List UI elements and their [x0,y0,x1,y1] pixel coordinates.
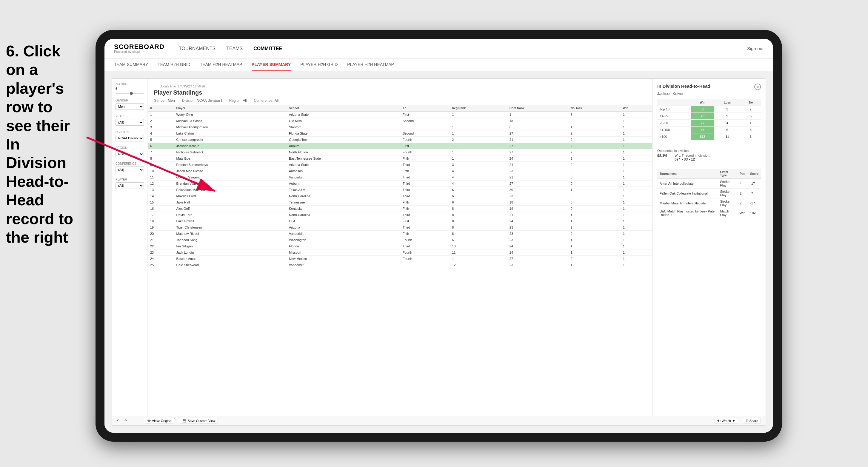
cell-school: Arkansas [286,168,400,174]
table-row[interactable]: 7 Nicholas Gabrelick North Florida Fourt… [148,149,652,155]
watch-button[interactable]: 👁 Watch ▼ [715,418,738,424]
sign-out-button[interactable]: Sign out [747,46,764,51]
cell-rds: 2 [568,256,620,262]
cell-rank: 11 [148,174,174,181]
cell-reg: 1 [450,130,507,137]
table-row[interactable]: 23 Jack Lundin Missouri Fourth 11 24 1 1 [148,249,652,256]
cell-win: 1 [621,137,652,143]
table-row[interactable]: 13 Phichakun Maichon Texas A&M Third 6 3… [148,187,652,193]
cell-rds: 2 [568,149,620,155]
cell-win: 1 [621,224,652,231]
filter-gender-select[interactable]: Men [116,103,144,110]
cell-rank: 8 [148,155,174,162]
pbi-bottom-bar: ↶ ↷ → 👁 View: Original 💾 Save Custom Vie… [112,416,766,425]
view-original-button[interactable]: 👁 View: Original [145,418,175,424]
cell-yr: Fifth [400,155,450,162]
cell-win: 1 [621,155,652,162]
nav-tournaments[interactable]: TOURNAMENTS [179,44,216,53]
cell-reg: 12 [450,262,507,268]
t-col-pos: Pos [737,169,748,179]
cell-rds: 8 [568,112,620,118]
gender-val: Men [168,98,175,103]
h2h-category: >100 [657,133,691,140]
cell-conf: 21 [507,174,568,181]
table-row[interactable]: 16 Alex Goff Kentucky Fifth 8 19 0 1 [148,206,652,212]
tab-player-h2h-grid[interactable]: PLAYER H2H GRID [300,59,338,71]
tab-player-h2h-heatmap[interactable]: PLAYER H2H HEATMAP [347,59,394,71]
h2h-category: 26-50 [657,120,691,127]
h2h-win: 20 [691,113,714,120]
cell-conf: 23 [507,168,568,174]
t-pos: 2 [737,189,748,198]
cell-yr: Fifth [400,199,450,206]
tournament-row: Fallen Oak Collegiate Invitational Strok… [657,189,761,198]
cell-rds: 1 [568,187,620,193]
table-row[interactable]: 17 David Ford North Carolina Third 8 21 … [148,212,652,218]
h2h-category: 11-25 [657,113,691,120]
table-row[interactable]: 14 Maxwell Ford North Carolina Third 6 2… [148,193,652,199]
table-row[interactable]: 15 Jake Hall Tennessee Fifth 6 18 0 1 [148,199,652,206]
share-button[interactable]: ⇧ Share [743,418,761,424]
cell-school: Vanderbilt [286,262,400,268]
table-row[interactable]: 18 Luke Powell ULA First 8 24 1 1 [148,218,652,224]
t-pos: 4 [737,179,748,189]
table-row[interactable]: 5 Christo Lamprecht Georgia Tech Fourth … [148,137,652,143]
table-row[interactable]: 25 Cole Sherwood Vanderbilt 12 23 1 1 [148,262,652,268]
redo-icon[interactable]: ↷ [124,419,127,423]
table-header-row: # Player School Yr Reg Rank Conf Rank No… [148,105,652,112]
cell-reg: 4 [450,168,507,174]
h2h-close-button[interactable]: × [754,84,761,90]
h2h-tie: 3 [741,127,761,133]
table-row[interactable]: 1 Wenyi Ding Arizona State First 1 1 8 1 [148,112,652,118]
cell-reg: 8 [450,218,507,224]
cell-conf: 23 [507,237,568,243]
table-row[interactable]: 20 Matthew Riedel Vanderbilt Fifth 8 23 … [148,231,652,237]
table-row[interactable]: 22 Ian Gilligan Florida Third 10 24 1 1 [148,243,652,249]
table-row[interactable]: 21 Taehoon Song Washington Fourth 6 23 1… [148,237,652,243]
forward-icon[interactable]: → [132,419,135,423]
cell-yr: Third [400,162,450,168]
tab-team-h2h-heatmap[interactable]: TEAM H2H HEATMAP [200,59,242,71]
nav-committee[interactable]: COMMITTEE [253,44,282,53]
table-row[interactable]: 6 Jackson Koivun Auburn First 1 27 2 1 [148,143,652,149]
filter-year-label: Year [116,115,144,118]
nav-teams[interactable]: TEAMS [226,44,243,53]
slider-thumb[interactable] [130,92,133,95]
filter-no-rds-label: No Rds. [116,82,144,86]
filter-division-select[interactable]: NCAA Division I [116,135,144,142]
filter-region-select[interactable]: N/A [116,151,144,157]
table-row[interactable]: 24 Bastien Amat New Mexico Fourth 1 27 2… [148,256,652,262]
filter-conference-select[interactable]: (All) [116,166,144,173]
table-row[interactable]: 3 Michael Thorbjornsen Stanford 1 8 1 1 [148,124,652,130]
table-row[interactable]: 9 Preston Summerhays Arizona State Third… [148,162,652,168]
table-row[interactable]: 11 Gordon Sargent Vanderbilt Third 4 21 … [148,174,652,181]
cell-rds: 1 [568,249,620,256]
view-original-label: View: Original [152,419,172,423]
filter-year: Year (All) [116,115,144,126]
cell-conf: 23 [507,231,568,237]
filter-player-select[interactable]: (All) [116,182,144,189]
cell-win: 1 [621,187,652,193]
tablet-frame: SCOREBOARD Powered by clippi TOURNAMENTS… [95,30,782,442]
tournament-row: Mirabel Maui Jim Intercollegiate Stroke … [657,198,761,208]
cell-rank: 3 [148,124,174,130]
cell-reg: 1 [450,143,507,149]
filter-year-select[interactable]: (All) [116,119,144,126]
table-row[interactable]: 19 Tiger Christensen Arizona Third 8 23 … [148,224,652,231]
table-row[interactable]: 2 Michael La Sasso Ole Miss Second 1 18 … [148,118,652,124]
cell-conf: 27 [507,130,568,137]
tab-team-summary[interactable]: TEAM SUMMARY [114,59,148,71]
cell-rds: 1 [568,243,620,249]
save-custom-view-button[interactable]: 💾 Save Custom View [180,418,218,424]
h2h-category: Top 10 [657,106,691,113]
slider-track[interactable] [116,93,144,94]
table-row[interactable]: 8 Mats Ege East Tennessee State Fifth 1 … [148,155,652,162]
table-row[interactable]: 4 Luke Claton Florida State Second 1 27 … [148,130,652,137]
cell-rds: 0 [568,174,620,181]
undo-icon[interactable]: ↶ [117,419,119,423]
table-row[interactable]: 10 Jacob Mac Diesse Arkansas Fifth 4 23 … [148,168,652,174]
tab-team-h2h-grid[interactable]: TEAM H2H GRID [158,59,190,71]
cell-school: Vanderbilt [286,231,400,237]
table-row[interactable]: 12 Brendan Valles Auburn Third 4 27 0 1 [148,181,652,187]
tab-player-summary[interactable]: PLAYER SUMMARY [252,59,291,71]
